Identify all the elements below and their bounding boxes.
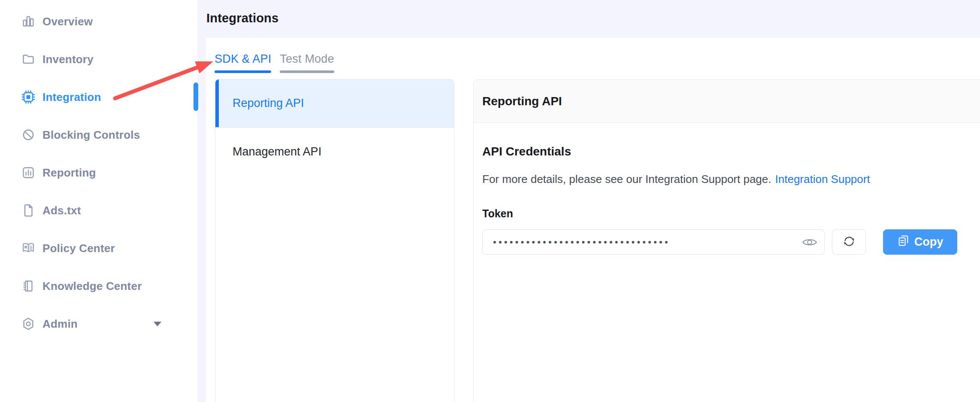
copy-button-label: Copy [914, 235, 944, 249]
tab-label: SDK & API [215, 52, 271, 65]
chevron-down-icon [154, 322, 161, 326]
hexagon-nut-icon [21, 317, 35, 331]
copy-token-button[interactable]: Copy [883, 229, 957, 255]
sidebar-item-reporting[interactable]: Reporting [0, 154, 197, 192]
list-item-management-api[interactable]: Management API [215, 128, 454, 176]
sidebar-item-label: Overview [42, 15, 93, 28]
sidebar-item-overview[interactable]: Overview [0, 3, 197, 40]
reporting-api-card: Reporting API API Credentials For more d… [473, 79, 980, 402]
api-list-panel: Reporting API Management API [215, 79, 454, 402]
token-row: Copy [482, 229, 957, 255]
credentials-description: For more details, please see our Integra… [482, 173, 870, 186]
chart-box-icon [21, 166, 35, 180]
sidebar-item-blocking-controls[interactable]: Blocking Controls [0, 116, 197, 154]
card-header: Reporting API [474, 80, 980, 123]
sidebar-item-label: Reporting [42, 166, 96, 180]
tab-active-underline [215, 70, 271, 73]
sidebar-item-ads-txt[interactable]: Ads.txt [0, 192, 197, 229]
file-icon [21, 204, 35, 217]
token-input[interactable] [483, 230, 792, 254]
regenerate-token-button[interactable] [832, 229, 866, 255]
sidebar-item-inventory[interactable]: Inventory [0, 40, 197, 78]
tab-underline [280, 70, 334, 73]
sidebar-item-integration[interactable]: Integration [0, 78, 197, 116]
token-label: Token [482, 207, 513, 220]
sidebar-item-label: Blocking Controls [42, 128, 140, 142]
sidebar-item-label: Policy Center [42, 242, 115, 255]
page-title: Integrations [206, 11, 278, 25]
sidebar-item-label: Ads.txt [42, 204, 81, 217]
eye-icon[interactable] [802, 237, 817, 248]
sidebar-item-knowledge-center[interactable]: Knowledge Center [0, 267, 197, 305]
sidebar-item-label: Inventory [42, 53, 94, 66]
ban-icon [21, 128, 35, 142]
description-text: For more details, please see our Integra… [482, 173, 771, 186]
integration-support-link[interactable]: Integration Support [775, 173, 870, 186]
tab-label: Test Mode [280, 52, 334, 65]
active-item-indicator [194, 82, 198, 111]
sidebar-item-label: Admin [42, 317, 78, 331]
token-input-wrapper [482, 229, 825, 255]
sidebar: Overview Inventory Integration Blocking … [0, 0, 197, 402]
list-item-label: Management API [233, 145, 321, 158]
sidebar-item-admin[interactable]: Admin [0, 305, 197, 343]
refresh-icon [843, 235, 856, 249]
sidebar-item-label: Knowledge Center [42, 280, 142, 293]
chip-icon [21, 90, 35, 104]
card-title: Reporting API [482, 94, 562, 108]
open-book-star-icon [21, 241, 35, 255]
list-item-label: Reporting API [233, 97, 304, 110]
main-content: SDK & API Test Mode Reporting API Manage… [206, 38, 980, 402]
tab-test-mode[interactable]: Test Mode [280, 52, 334, 73]
copy-icon [897, 234, 914, 250]
tab-sdk-api[interactable]: SDK & API [215, 52, 271, 73]
tab-bar: SDK & API Test Mode [215, 52, 343, 73]
list-item-reporting-api[interactable]: Reporting API [215, 79, 454, 128]
notebook-icon [21, 279, 35, 293]
sidebar-item-policy-center[interactable]: Policy Center [0, 229, 197, 267]
sidebar-item-label: Integration [42, 91, 101, 104]
bar-chart-icon [21, 15, 35, 28]
section-title: API Credentials [482, 145, 571, 158]
folder-icon [21, 52, 35, 66]
